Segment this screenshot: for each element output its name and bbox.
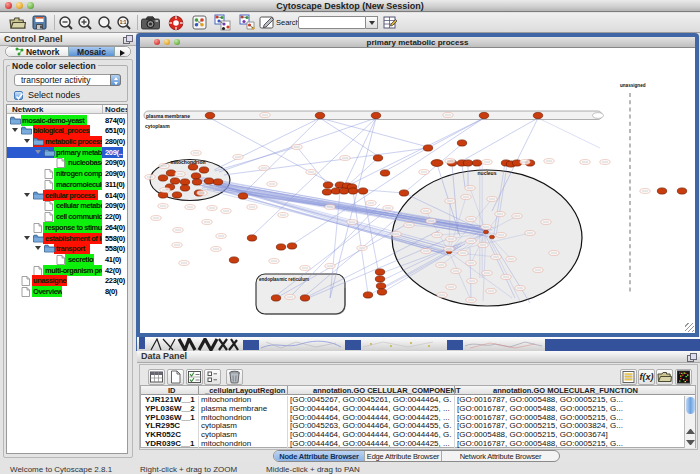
svg-text:mitochondrion: mitochondrion <box>171 159 206 165</box>
svg-text:cytoplasm: cytoplasm <box>145 123 170 129</box>
svg-text:unassigned: unassigned <box>620 83 646 88</box>
svg-text:nucleus: nucleus <box>478 170 497 176</box>
svg-text:1:1: 1:1 <box>120 20 127 25</box>
svg-text:plasma membrane: plasma membrane <box>146 113 190 119</box>
svg-text:endoplasmic reticulum: endoplasmic reticulum <box>259 277 309 282</box>
